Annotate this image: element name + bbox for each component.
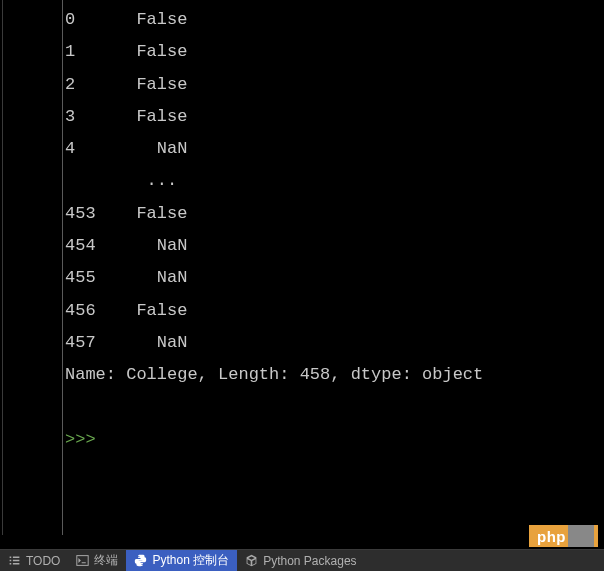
python-console-tab[interactable]: Python 控制台	[126, 550, 237, 571]
output-row: 454 NaN	[65, 230, 604, 262]
output-row: 1 False	[65, 36, 604, 68]
todo-label: TODO	[26, 554, 60, 568]
python-prompt[interactable]: >>>	[65, 424, 604, 456]
list-icon	[8, 554, 21, 567]
terminal-icon	[76, 554, 89, 567]
terminal-tab[interactable]: 终端	[68, 550, 126, 571]
gutter-mid	[3, 0, 33, 535]
python-packages-label: Python Packages	[263, 554, 356, 568]
python-console-label: Python 控制台	[152, 552, 229, 569]
output-row: 2 False	[65, 69, 604, 101]
watermark-text: php	[537, 528, 566, 545]
output-row: 453 False	[65, 198, 604, 230]
python-packages-tab[interactable]: Python Packages	[237, 550, 364, 571]
terminal-label: 终端	[94, 552, 118, 569]
output-row: 4 NaN	[65, 133, 604, 165]
output-row: 3 False	[65, 101, 604, 133]
output-row: 456 False	[65, 295, 604, 327]
packages-icon	[245, 554, 258, 567]
output-row: ...	[65, 165, 604, 197]
python-icon	[134, 554, 147, 567]
todo-tab[interactable]: TODO	[0, 550, 68, 571]
gutter-line	[33, 0, 63, 535]
tool-window-bar: TODO 终端 Python 控制台 Python Packages	[0, 549, 604, 571]
watermark-box	[568, 525, 594, 547]
output-row: 457 NaN	[65, 327, 604, 359]
output-row: 455 NaN	[65, 262, 604, 294]
python-console-output[interactable]: 0 False1 False2 False3 False4 NaN ... 45…	[63, 0, 604, 535]
output-row: 0 False	[65, 4, 604, 36]
series-summary: Name: College, Length: 458, dtype: objec…	[65, 359, 604, 391]
watermark: php	[529, 525, 598, 547]
